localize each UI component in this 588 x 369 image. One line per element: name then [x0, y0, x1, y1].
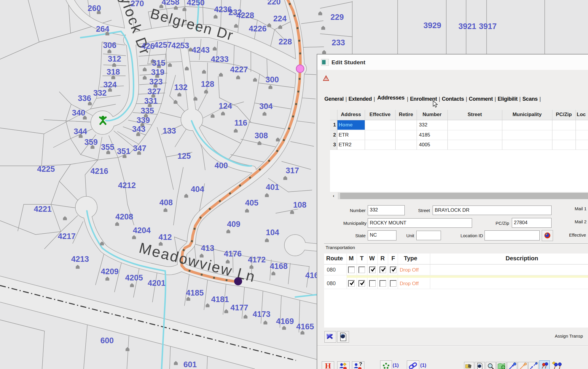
svg-text:359: 359 [84, 138, 98, 147]
svg-text:308: 308 [254, 131, 268, 140]
svg-text:323: 323 [149, 77, 162, 86]
svg-text:3929: 3929 [423, 21, 441, 30]
svg-text:426: 426 [141, 42, 154, 51]
svg-text:4258: 4258 [162, 0, 179, 7]
svg-text:412: 412 [158, 233, 172, 242]
svg-text:4233: 4233 [211, 55, 229, 64]
svg-text:355: 355 [101, 143, 114, 152]
svg-text:4168: 4168 [270, 262, 288, 271]
svg-text:4227: 4227 [230, 65, 248, 74]
svg-text:4201: 4201 [148, 279, 165, 288]
svg-text:4205: 4205 [125, 273, 143, 282]
svg-text:4165: 4165 [296, 322, 314, 331]
svg-text:4216: 4216 [90, 167, 108, 176]
svg-text:4257: 4257 [154, 41, 172, 49]
svg-text:4250: 4250 [187, 0, 205, 7]
svg-text:405: 405 [245, 198, 258, 207]
svg-text:4243: 4243 [192, 46, 210, 54]
svg-text:327: 327 [147, 87, 161, 96]
svg-text:324: 324 [103, 80, 117, 89]
svg-text:116: 116 [234, 118, 247, 127]
svg-text:4177: 4177 [230, 303, 248, 312]
svg-text:409: 409 [227, 220, 240, 229]
svg-text:4226: 4226 [249, 24, 267, 33]
svg-text:600: 600 [100, 336, 114, 345]
svg-text:306: 306 [103, 41, 116, 50]
svg-text:128: 128 [201, 80, 214, 89]
svg-text:317: 317 [286, 166, 299, 175]
svg-text:332: 332 [93, 89, 106, 97]
svg-text:331: 331 [144, 97, 157, 105]
svg-text:344: 344 [74, 127, 87, 136]
svg-text:319: 319 [151, 68, 164, 77]
svg-text:4221: 4221 [34, 205, 52, 214]
svg-text:270: 270 [130, 0, 144, 8]
svg-text:4173: 4173 [253, 310, 270, 319]
svg-text:4181: 4181 [211, 295, 229, 304]
svg-text:3921: 3921 [458, 22, 476, 31]
svg-text:4208: 4208 [115, 212, 133, 221]
svg-text:336: 336 [78, 94, 91, 103]
svg-text:335: 335 [141, 106, 154, 115]
svg-text:339: 339 [136, 116, 150, 125]
svg-text:4172: 4172 [248, 255, 266, 264]
svg-text:260: 260 [87, 4, 101, 13]
svg-text:343: 343 [132, 125, 145, 134]
svg-text:404: 404 [191, 185, 204, 194]
svg-text:?: ? [359, 362, 362, 367]
svg-text:108: 108 [293, 200, 306, 209]
svg-text:220: 220 [267, 0, 281, 6]
svg-text:312: 312 [108, 54, 121, 63]
svg-text:4253: 4253 [171, 41, 189, 50]
svg-text:124: 124 [219, 102, 232, 110]
svg-text:133: 133 [162, 126, 176, 135]
svg-text:4213: 4213 [71, 255, 89, 264]
svg-text:340: 340 [72, 108, 85, 117]
svg-text:224: 224 [273, 14, 286, 23]
svg-text:104: 104 [266, 228, 279, 237]
svg-text:132: 132 [174, 83, 187, 92]
svg-text:3917: 3917 [479, 22, 497, 31]
svg-text:400: 400 [214, 161, 228, 170]
svg-text:413: 413 [201, 244, 214, 253]
svg-text:228: 228 [278, 37, 292, 46]
svg-text:347: 347 [133, 144, 146, 153]
svg-text:4209: 4209 [101, 267, 119, 276]
svg-text:408: 408 [159, 198, 173, 207]
svg-text:125: 125 [177, 152, 191, 161]
svg-text:304: 304 [259, 102, 273, 111]
svg-text:4176: 4176 [224, 249, 242, 258]
svg-text:4204: 4204 [133, 226, 151, 235]
svg-text:300: 300 [265, 75, 279, 84]
svg-text:4169: 4169 [276, 317, 294, 326]
svg-text:4217: 4217 [58, 232, 76, 241]
svg-text:601: 601 [183, 360, 197, 369]
svg-text:4212: 4212 [118, 181, 136, 190]
svg-text:4225: 4225 [37, 165, 55, 174]
svg-text:318: 318 [106, 68, 120, 76]
svg-text:401: 401 [266, 183, 279, 192]
svg-text:264: 264 [96, 25, 109, 33]
svg-text:351: 351 [117, 147, 130, 156]
svg-text:229: 229 [330, 13, 344, 22]
svg-text:4228: 4228 [236, 11, 254, 20]
svg-text:233: 233 [332, 38, 345, 47]
svg-text:315: 315 [152, 59, 165, 68]
svg-text:4185: 4185 [186, 288, 204, 297]
